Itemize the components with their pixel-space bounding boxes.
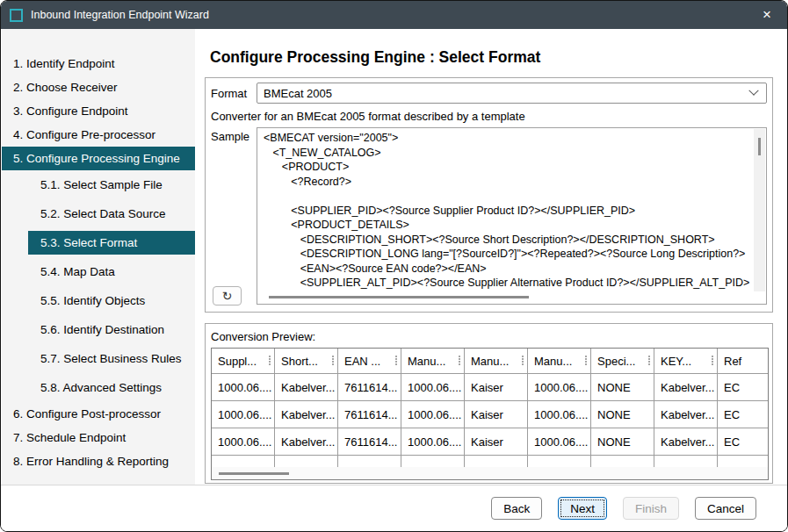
column-header[interactable]: EAN ... (338, 349, 401, 374)
table-cell: Kaiser (465, 401, 528, 428)
table-row[interactable]: 1000.06.... Kabelver... 7611614... 1000.… (212, 428, 768, 456)
table-cell: EC (718, 401, 768, 428)
sidebar-item-label: 7. Schedule Endpoint (13, 431, 126, 444)
table-cell: Kabelver... (275, 374, 338, 401)
sidebar-item-schedule-endpoint[interactable]: 7. Schedule Endpoint (2, 426, 195, 449)
table-cell: 1000.06.... (528, 374, 591, 401)
column-header-label: KEY... (661, 355, 691, 368)
column-header-label: Manu... (408, 355, 445, 368)
column-header[interactable]: Short... (275, 349, 338, 374)
table-cell: 1000.06.... (528, 428, 591, 456)
format-select[interactable]: BMEcat 2005 (257, 83, 767, 104)
table-cell: 1000.06.... (212, 428, 275, 456)
preview-horizontal-scrollbar[interactable] (212, 467, 768, 479)
scrollbar-thumb[interactable] (269, 296, 529, 298)
table-row[interactable]: 1000.06.... Kabelver... 7611614... 1000.… (212, 374, 768, 401)
sidebar-item-label: 5.1. Select Sample File (40, 178, 163, 191)
window-title: Inbound Integration Endpoint Wizard (31, 9, 209, 21)
page-title: Configure Processing Engine : Select For… (210, 48, 787, 67)
sidebar-item-configure-pre-processor[interactable]: 4. Configure Pre-processor (2, 123, 195, 147)
column-header-label: Short... (281, 355, 318, 368)
column-header[interactable]: Manu... (528, 349, 591, 374)
sidebar-item-identify-destination[interactable]: 5.6. Identify Destination (2, 315, 195, 344)
footer: Back Next Finish Cancel (1, 485, 787, 531)
sidebar-item-select-format[interactable]: 5.3. Select Format (28, 231, 195, 255)
table-cell: 7611614... (338, 428, 401, 456)
table-row[interactable]: 1000.06.... Kabelver... 7611614... 1000.… (212, 401, 768, 428)
column-menu-icon[interactable] (395, 356, 397, 357)
table-cell: Kabelver... (275, 428, 338, 456)
sidebar-item-error-handling-reporting[interactable]: 8. Error Handling & Reporting (2, 449, 195, 473)
table-cell: NONE (591, 374, 654, 401)
column-menu-icon[interactable] (712, 356, 713, 357)
column-menu-icon[interactable] (269, 356, 271, 357)
column-header[interactable]: Suppl... (212, 349, 275, 374)
sidebar-item-map-data[interactable]: 5.4. Map Data (2, 257, 195, 286)
table-cell: NONE (591, 401, 654, 428)
column-menu-icon[interactable] (648, 356, 650, 357)
sidebar-item-identify-endpoint[interactable]: 1. Identify Endpoint (2, 52, 195, 75)
cancel-button[interactable]: Cancel (695, 497, 756, 520)
column-header[interactable]: Manu... (401, 349, 465, 374)
table-cell: Kabelver... (654, 401, 718, 428)
table-cell: Kaiser (465, 428, 528, 456)
column-header[interactable]: Ref (718, 349, 768, 374)
conversion-preview-group: Conversion Preview: Suppl... Short... EA… (205, 323, 773, 484)
column-header[interactable]: KEY... (654, 349, 718, 374)
sidebar-item-configure-endpoint[interactable]: 3. Configure Endpoint (2, 99, 195, 123)
column-menu-icon[interactable] (459, 356, 460, 357)
close-icon[interactable]: × (747, 1, 787, 29)
sidebar-item-select-business-rules[interactable]: 5.7. Select Business Rules (2, 344, 195, 373)
chevron-down-icon (748, 86, 758, 96)
sample-vertical-scrollbar[interactable] (754, 129, 765, 291)
column-menu-icon[interactable] (522, 356, 524, 357)
format-select-value: BMEcat 2005 (264, 87, 750, 100)
column-header[interactable]: Manu... (465, 349, 528, 374)
sidebar-item-configure-processing-engine[interactable]: 5. Configure Processing Engine (2, 147, 195, 170)
sidebar-item-choose-receiver[interactable]: 2. Choose Receiver (2, 75, 195, 99)
table-cell: 1000.06.... (212, 374, 275, 401)
sidebar-item-label: 4. Configure Pre-processor (13, 128, 155, 141)
main-panel: Configure Processing Engine : Select For… (195, 29, 787, 485)
sample-code: <BMECAT version="2005"> <T_NEW_CATALOG> … (264, 131, 752, 291)
column-header-label: Manu... (534, 355, 572, 368)
sidebar-item-identify-objects[interactable]: 5.5. Identify Objects (2, 286, 195, 315)
column-header-label: EAN ... (344, 355, 380, 368)
sidebar-item-label: 5. Configure Processing Engine (13, 152, 180, 165)
format-group: Format BMEcat 2005 Converter for an BMEc… (205, 77, 773, 313)
titlebar: Inbound Integration Endpoint Wizard × (1, 1, 787, 29)
sidebar-item-configure-post-processor[interactable]: 6. Configure Post-processor (2, 402, 195, 426)
finish-button[interactable]: Finish (623, 497, 679, 520)
table-cell: 1000.06.... (401, 401, 465, 428)
next-button[interactable]: Next (558, 497, 607, 520)
table-cell: NONE (591, 428, 654, 456)
table-cell: Kaiser (465, 374, 528, 401)
column-header-label: Ref (724, 355, 741, 368)
table-cell: 1000.06.... (401, 374, 465, 401)
conversion-preview-label: Conversion Preview: (211, 330, 767, 343)
table-cell: 7611614... (338, 374, 401, 401)
refresh-icon: ↻ (222, 289, 233, 303)
sidebar-item-select-data-source[interactable]: 5.2. Select Data Source (2, 199, 195, 228)
scrollbar-thumb[interactable] (219, 472, 289, 475)
sidebar-item-advanced-settings[interactable]: 5.8. Advanced Settings (2, 373, 195, 402)
scrollbar-thumb[interactable] (758, 138, 761, 155)
sidebar-item-label: 2. Choose Receiver (13, 81, 118, 94)
table-cell: Kabelver... (654, 428, 718, 456)
sidebar-item-label: 6. Configure Post-processor (13, 407, 161, 421)
sidebar-item-label: 5.8. Advanced Settings (40, 381, 162, 394)
table-row-empty (212, 456, 768, 467)
sidebar-item-select-sample-file[interactable]: 5.1. Select Sample File (2, 170, 195, 199)
sidebar-item-label: 5.5. Identify Objects (40, 294, 145, 307)
conversion-preview-table: Suppl... Short... EAN ... Manu... Manu..… (211, 348, 769, 480)
back-button[interactable]: Back (491, 497, 542, 520)
sample-horizontal-scrollbar[interactable] (258, 291, 753, 303)
sample-code-box[interactable]: <BMECAT version="2005"> <T_NEW_CATALOG> … (257, 127, 767, 305)
table-cell: Kabelver... (275, 401, 338, 428)
sidebar-item-label: 8. Error Handling & Reporting (13, 455, 169, 468)
refresh-button[interactable]: ↻ (213, 286, 242, 306)
column-menu-icon[interactable] (332, 356, 334, 357)
column-header[interactable]: Speci... (591, 349, 654, 374)
wizard-steps-sidebar: 1. Identify Endpoint 2. Choose Receiver … (2, 29, 195, 485)
column-menu-icon[interactable] (585, 356, 587, 357)
